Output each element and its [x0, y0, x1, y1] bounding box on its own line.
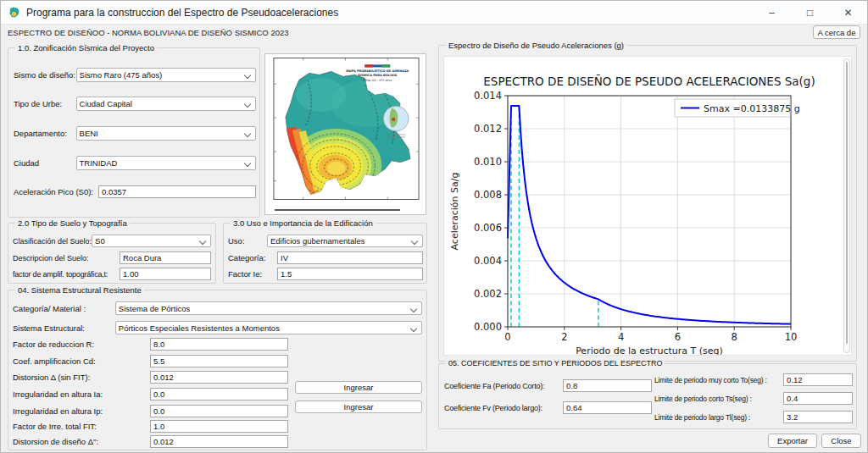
descripcion-suelo-input[interactable] [120, 251, 211, 264]
section-zonificacion-title: 1.0. Zonificación Sísmica del Proyecto [15, 43, 157, 52]
section-zonificacion: 1.0. Zonificación Sísmica del Proyecto S… [8, 47, 260, 218]
map-panel: MAPA PROBABILISTICO DE AMENAZA SISMICA P… [264, 53, 426, 215]
chevron-down-icon [410, 305, 417, 312]
svg-text:6: 6 [675, 331, 681, 343]
ingresar-ia-button[interactable]: Ingresar [295, 381, 422, 394]
distorsion-diseno-input[interactable] [150, 435, 288, 448]
bolivia-hazard-map: MAPA PROBABILISTICO DE AMENAZA SISMICA P… [265, 54, 426, 207]
app-window: Programa para la construccion del Espect… [0, 0, 868, 453]
aceleracion-pico-label: Aceleración Pico (S0): [14, 187, 98, 196]
svg-text:0.006: 0.006 [474, 222, 502, 234]
window-title: Programa para la construccion del Espect… [26, 7, 338, 19]
factor-ie-label: Factor Ie: [228, 269, 277, 279]
section-uso: 3.0 Uso e Importancia de la Edificación … [223, 223, 427, 284]
coef-fa-label: Coeficiente Fa (Periodo Corto): [444, 382, 563, 390]
coef-amplificacion-input[interactable] [150, 355, 288, 367]
clasificacion-suelo-label: Clasificación del Suelo: [13, 237, 92, 246]
svg-text:10: 10 [785, 331, 798, 343]
factor-topografia-input[interactable] [120, 268, 211, 280]
periodo-tl-input[interactable] [783, 411, 853, 423]
svg-text:0.004: 0.004 [474, 255, 502, 267]
departamento-label: Departamento: [14, 129, 76, 138]
distorsion-sin-fit-label: Distorsion Δ (sin FIT): [13, 373, 150, 382]
svg-text:0.010: 0.010 [474, 156, 502, 168]
svg-text:4: 4 [618, 331, 624, 343]
departamento-select[interactable]: BENI [76, 126, 256, 141]
svg-text:0.014: 0.014 [474, 90, 502, 102]
svg-text:Aceleración Sa/g: Aceleración Sa/g [449, 173, 460, 251]
section-sistema: 04. Sistema Estructural Resistente Categ… [8, 290, 427, 450]
titlebar: Programa para la construccion del Espect… [1, 1, 867, 25]
chevron-down-icon [244, 160, 251, 167]
svg-text:0.012: 0.012 [474, 123, 502, 135]
about-button[interactable]: A cerca de [813, 25, 860, 39]
factor-reduccion-input[interactable] [150, 338, 288, 351]
distorsion-sin-fit-input[interactable] [150, 371, 288, 384]
aceleracion-pico-input[interactable] [98, 185, 256, 198]
tipo-urbe-value: Ciudad Capital [80, 99, 132, 108]
section-uso-title: 3.0 Uso e Importancia de la Edificación [231, 218, 376, 228]
chart-canvas: 02468100.0000.0020.0040.0060.0080.0100.0… [443, 56, 852, 356]
categoria-label: Categoría: [228, 253, 277, 262]
sistema-estructural-value: Pórticos Especiales Resistentes a Moment… [119, 323, 280, 333]
clasificacion-suelo-value: S0 [95, 236, 105, 246]
irregularidad-ia-input[interactable] [150, 388, 288, 401]
sistema-estructural-label: Sistema Estructural: [13, 323, 115, 333]
map-scroll-divider [275, 209, 400, 211]
clasificacion-suelo-select[interactable]: S0 [92, 235, 211, 247]
chevron-down-icon [411, 238, 418, 245]
sismo-diseno-value: Sismo Raro (475 años) [80, 70, 163, 80]
section-espectro: Espectro de Diseño de Pseudo Aceleracion… [438, 45, 857, 362]
ciudad-value: TRINIDAD [80, 158, 118, 168]
chevron-down-icon [410, 324, 417, 331]
chart-scrollbar[interactable] [843, 58, 850, 353]
descripcion-suelo-label: Descripcion del Suelo: [13, 254, 120, 262]
section-coeficientes: 05. COEFICIENTES DE SITIO Y PERIODOS DEL… [438, 363, 857, 429]
section-sistema-title: 04. Sistema Estructural Resistente [15, 285, 144, 295]
factor-topografia-label: factor de amplif. topográfica,t: [13, 270, 120, 279]
periodo-to-input[interactable] [783, 373, 853, 386]
factor-ie-input[interactable] [277, 268, 423, 280]
svg-text:Periodo de la estructura T (se: Periodo de la estructura T (seg) [576, 345, 723, 355]
section-espectro-title: Espectro de Diseño de Pseudo Aceleracion… [446, 41, 626, 50]
svg-text:ESPECTRO DE DISEÑO DE PSEUDO A: ESPECTRO DE DISEÑO DE PSEUDO ACELERACION… [483, 75, 815, 88]
departamento-value: BENI [80, 129, 98, 138]
tipo-urbe-select[interactable]: Ciudad Capital [76, 97, 256, 111]
app-icon [8, 6, 21, 19]
exportar-button[interactable]: Exportar [768, 434, 817, 448]
section-coeficientes-title: 05. COEFICIENTES DE SITIO Y PERIODOS DEL… [446, 359, 665, 367]
svg-text:8: 8 [732, 331, 737, 343]
map-title-line3: PSHA-GO : 475 años [363, 79, 392, 82]
categoria-input[interactable] [277, 251, 423, 264]
sistema-estructural-select[interactable]: Pórticos Especiales Resistentes a Moment… [115, 321, 422, 334]
section-suelo-title: 2.0 Tipo de Suelo y Topografía [15, 218, 130, 228]
close-button[interactable]: ✕ [829, 1, 867, 25]
periodo-ts-input[interactable] [783, 392, 853, 405]
categoria-material-label: Categoría/ Material : [13, 304, 115, 313]
factor-fit-input[interactable] [150, 420, 288, 433]
maximize-button[interactable]: □ [791, 1, 829, 25]
chart-scrollbar-thumb[interactable] [846, 62, 848, 344]
coef-fv-input[interactable] [563, 401, 652, 414]
ciudad-label: Ciudad [14, 158, 76, 168]
chevron-down-icon [244, 72, 251, 79]
norm-subtitle: ESPECTRO DE DISEÑOO - NORMA BOLIVIANA DE… [8, 28, 289, 37]
irregularidad-ia-label: Irregularidad en altura Ia: [13, 389, 150, 399]
sismo-diseno-select[interactable]: Sismo Raro (475 años) [76, 68, 256, 82]
spectrum-chart: 02468100.0000.0020.0040.0060.0080.0100.0… [444, 57, 846, 355]
ciudad-select[interactable]: TRINIDAD [76, 156, 256, 170]
periodo-to-label: Limite de periodo muy corto To(seg) : [654, 376, 783, 384]
ingresar-ip-button[interactable]: Ingresar [295, 401, 422, 413]
irregularidad-ip-input[interactable] [150, 405, 288, 417]
chevron-down-icon [199, 238, 206, 245]
coef-amplificacion-label: Coef. amplificacion Cd: [13, 356, 150, 366]
coef-fa-input[interactable] [563, 379, 652, 392]
categoria-material-select[interactable]: Sistema de Pórticos [115, 301, 422, 315]
coef-fv-label: Coeficiente Fv (Periodo largo): [444, 404, 563, 412]
close-window-button[interactable]: Close [821, 434, 861, 448]
uso-select[interactable]: Edificios gubernamentales [267, 235, 423, 247]
svg-text:0.000: 0.000 [474, 321, 502, 333]
factor-reduccion-label: Factor de reduccion R: [13, 340, 150, 349]
minimize-button[interactable]: – [753, 1, 791, 25]
categoria-material-value: Sistema de Pórticos [119, 304, 190, 313]
